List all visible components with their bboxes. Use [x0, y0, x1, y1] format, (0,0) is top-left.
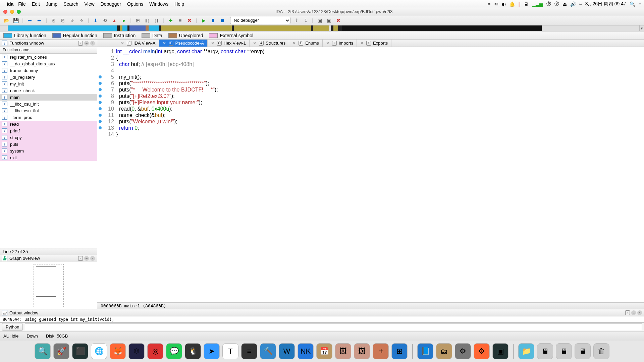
close-icon[interactable]: ✕	[163, 41, 166, 46]
close-icon[interactable]: ✕	[253, 41, 256, 46]
menu-debugger[interactable]: Debugger	[101, 1, 121, 7]
dock-app-icon[interactable]: 🖥	[537, 343, 553, 359]
dock-app-icon[interactable]: 🔨	[260, 343, 276, 359]
dock-app-icon[interactable]: ⚙	[474, 343, 490, 359]
tool-icon[interactable]: ⫿⫿	[153, 17, 160, 24]
menu-view[interactable]: View	[85, 1, 95, 7]
graph-overview[interactable]	[0, 262, 97, 309]
dock-app-icon[interactable]: ➤	[204, 343, 220, 359]
tool-icon[interactable]: ≡	[176, 17, 184, 24]
dock-app-icon[interactable]: ⚙	[455, 343, 471, 359]
eject-icon[interactable]: ⏏	[562, 1, 567, 7]
tab-exports[interactable]: ✕↑Exports	[357, 40, 391, 47]
menu-help[interactable]: Help	[174, 1, 184, 7]
fwd-icon[interactable]: ➡	[36, 17, 43, 24]
navigation-band[interactable]: ▾	[0, 25, 644, 32]
dock-app-icon[interactable]: T	[222, 343, 238, 359]
tab-enums[interactable]: ✕EEnums	[289, 40, 322, 47]
run-icon[interactable]: ●	[120, 17, 127, 24]
function-row[interactable]: f_dl_registery	[0, 74, 97, 80]
tool-icon[interactable]: ✚	[167, 17, 174, 24]
function-row[interactable]: fprintf	[0, 127, 97, 134]
tab-ida-view-a[interactable]: ✕IEIDA View-A	[117, 40, 159, 47]
dock-app-icon[interactable]: 💬	[166, 343, 182, 359]
tool-icon[interactable]: ⎆	[78, 17, 85, 24]
dock-app-icon[interactable]: 📅	[316, 343, 332, 359]
dock-app-icon[interactable]: 📁	[518, 343, 534, 359]
panel-min-icon[interactable]: –	[84, 41, 89, 46]
menu-options[interactable]: Options	[127, 1, 143, 7]
close-button[interactable]	[3, 10, 7, 14]
menu-file[interactable]: File	[18, 1, 26, 7]
function-row[interactable]: fregister_tm_clones	[0, 54, 97, 60]
function-row[interactable]: f_term_proc	[0, 114, 97, 121]
dock-app-icon[interactable]: 🗑	[593, 343, 609, 359]
p-icon[interactable]: Ⓟ	[546, 1, 551, 7]
dock-app-icon[interactable]: NK	[298, 343, 314, 359]
dock-app-icon[interactable]: 🖥	[556, 343, 572, 359]
dock-app-icon[interactable]: 🔍	[35, 343, 51, 359]
function-row[interactable]: fmain	[0, 94, 97, 101]
panel-min-icon[interactable]: –	[631, 310, 636, 315]
dock-app-icon[interactable]: 🖼	[354, 343, 370, 359]
volume-icon[interactable]: 🔊	[570, 1, 576, 7]
function-row[interactable]: f__libc_csu_fini	[0, 107, 97, 114]
panel-min-icon[interactable]: –	[84, 256, 89, 261]
tool-icon[interactable]: ⊞	[134, 17, 142, 24]
tool-icon[interactable]: ⫿⫿	[144, 17, 151, 24]
function-row[interactable]: f__libc_csu_init	[0, 101, 97, 107]
delete-icon[interactable]: ✖	[186, 17, 193, 24]
output-content[interactable]: 80485A4: using guessed type int my_init(…	[0, 316, 644, 322]
function-row[interactable]: fread	[0, 121, 97, 127]
tool-icon[interactable]: ⎆	[68, 17, 76, 24]
zoom-button[interactable]	[17, 10, 21, 14]
save-icon[interactable]: 💾	[12, 17, 19, 24]
screen-icon[interactable]: 🖥	[524, 1, 529, 7]
function-row[interactable]: fstrcpy	[0, 134, 97, 141]
stop-icon[interactable]: ▲	[111, 17, 118, 24]
dock-app-icon[interactable]: 🖼	[335, 343, 351, 359]
tool-icon[interactable]: ⤴	[292, 17, 300, 24]
tab-hex-view-1[interactable]: ✕OHex View-1	[208, 40, 250, 47]
function-row[interactable]: fframe_dummy	[0, 67, 97, 74]
pause-icon[interactable]: ‖	[518, 1, 521, 7]
tab-imports[interactable]: ✕↓Imports	[323, 40, 357, 47]
grid-icon[interactable]: ⌗	[579, 1, 582, 7]
functions-list[interactable]: fregister_tm_clonesf__do_global_dtors_au…	[0, 54, 97, 248]
menu-jump[interactable]: Jump	[46, 1, 57, 7]
minimize-button[interactable]	[10, 10, 14, 14]
function-row[interactable]: fmy_init	[0, 80, 97, 87]
dock-app-icon[interactable]: ⚛	[128, 343, 145, 359]
python-input[interactable]	[25, 323, 642, 330]
status-icon[interactable]: ✶	[487, 1, 491, 7]
pseudocode-view[interactable]: 1234567891011121314 int __cdecl main(int…	[97, 47, 644, 302]
panel-close-icon[interactable]: ×	[637, 310, 642, 315]
function-row[interactable]: fexit	[0, 154, 97, 161]
function-row[interactable]: fsystem	[0, 147, 97, 154]
dock-app-icon[interactable]: 🚀	[53, 343, 69, 359]
dock-app-icon[interactable]: ⌗	[373, 343, 389, 359]
menu-windows[interactable]: Windows	[149, 1, 168, 7]
list-icon[interactable]: ≡	[639, 1, 641, 7]
wechat-icon[interactable]: ✉	[494, 1, 498, 7]
dock-app-icon[interactable]: ◎	[147, 343, 163, 359]
v-icon[interactable]: Ⓥ	[554, 1, 559, 7]
tool-icon[interactable]: ⎘	[50, 17, 57, 24]
panel-max-icon[interactable]: ▫	[625, 310, 630, 315]
dock-app-icon[interactable]: 🐧	[185, 343, 201, 359]
panel-max-icon[interactable]: ▫	[78, 41, 83, 46]
close-icon[interactable]: ✕	[360, 41, 364, 46]
dock-app-icon[interactable]: ⬛	[72, 343, 88, 359]
dock-app-icon[interactable]: W	[279, 343, 295, 359]
tool-icon[interactable]: ▣	[316, 17, 323, 24]
panel-close-icon[interactable]: ×	[90, 256, 95, 261]
back-icon[interactable]: ⬅	[26, 17, 34, 24]
stop-icon[interactable]: ⏹	[219, 17, 226, 24]
dock-app-icon[interactable]: 🖥	[575, 343, 591, 359]
app-name[interactable]: ida	[7, 1, 13, 7]
tool-icon[interactable]: ⤵	[302, 17, 309, 24]
menu-search[interactable]: Search	[63, 1, 78, 7]
panel-close-icon[interactable]: ×	[90, 41, 95, 46]
down-icon[interactable]: ⬇	[92, 17, 99, 24]
dock-app-icon[interactable]: 📘	[417, 343, 433, 359]
